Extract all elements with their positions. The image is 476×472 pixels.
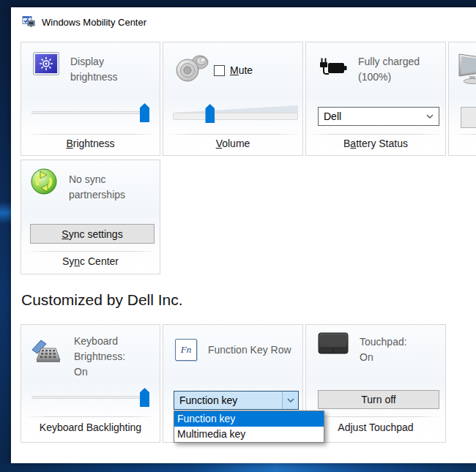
sync-status: No sync partnerships <box>69 168 151 203</box>
tile-separator <box>453 134 476 135</box>
volume-label: Volume <box>163 135 302 155</box>
battery-select[interactable]: Dell <box>318 107 439 126</box>
slider-thumb[interactable] <box>140 103 149 122</box>
mobility-center-window: Windows Mobility Center Display brightne… <box>11 7 476 463</box>
slider-track[interactable] <box>31 111 149 114</box>
titlebar: Windows Mobility Center <box>11 7 476 41</box>
mute-checkbox[interactable] <box>214 65 225 76</box>
tile-battery: Fully charged (100%) Dell Battery Status <box>305 42 446 156</box>
sync-settings-button[interactable]: Sync settings <box>30 224 155 244</box>
touchpad-status: Touchpad: On <box>360 332 423 365</box>
oem-heading: Customized by Dell Inc. <box>21 291 183 309</box>
mobility-center-icon <box>22 15 35 28</box>
tile-adjust-touchpad: Touchpad: On Turn off Adjust Touchpad <box>305 324 446 443</box>
display-brightness-icon <box>33 52 59 78</box>
sync-center-label: Sync Center <box>21 252 160 274</box>
function-key-select[interactable]: Function key <box>174 391 299 410</box>
sync-icon <box>30 168 58 198</box>
slider-thumb[interactable] <box>140 388 149 407</box>
keyboard-brightness-slider[interactable] <box>31 387 149 408</box>
tile-function-key-row: Fn Function Key Row Function key Functio… <box>163 324 303 443</box>
tile-sync-center: No sync partnerships Sync settings Sync … <box>21 160 160 274</box>
keyboard-icon <box>30 334 62 367</box>
battery-status-text: Fully charged (100%) <box>358 52 440 85</box>
battery-plug-icon <box>318 52 347 81</box>
touchpad-icon <box>318 332 349 357</box>
slider-track[interactable] <box>31 396 149 399</box>
speaker-icon <box>175 52 210 87</box>
chevron-down-icon[interactable] <box>421 108 439 125</box>
volume-wedge <box>173 105 298 113</box>
tile-volume: Mute Volume <box>163 42 303 156</box>
brightness-label: Brightness <box>21 135 160 155</box>
wallpaper-bottom-band <box>0 463 476 472</box>
chevron-down-icon[interactable] <box>282 392 298 409</box>
function-key-dropdown-list: Function key Multimedia key <box>174 411 324 443</box>
dropdown-option[interactable]: Multimedia key <box>174 427 324 442</box>
window-title: Windows Mobility Center <box>42 17 146 28</box>
slider-thumb[interactable] <box>205 104 215 123</box>
battery-label: Battery Status <box>306 135 445 155</box>
tile-external-display <box>448 42 476 156</box>
brightness-slider[interactable] <box>31 102 149 123</box>
brightness-status: Display brightness <box>70 52 130 85</box>
function-key-row-status: Function Key Row <box>208 339 291 358</box>
tile-keyboard-backlighting: Keyboard Brightness: On Keyboard Backlig… <box>21 324 160 443</box>
tile-brightness: Display brightness Brightness <box>21 42 160 156</box>
fn-key-icon: Fn <box>175 339 197 361</box>
dropdown-option[interactable]: Function key <box>174 411 324 427</box>
turn-off-button[interactable]: Turn off <box>318 390 439 409</box>
mute-label: Mute <box>230 64 253 76</box>
wallpaper-highlight <box>0 202 11 224</box>
keyboard-backlighting-label: Keyboard Backlighting <box>21 417 160 442</box>
keyboard-status: Keyboard Brightness: On <box>74 334 137 380</box>
volume-slider[interactable] <box>173 104 298 124</box>
monitor-icon <box>455 53 476 88</box>
slider-track[interactable] <box>173 113 298 120</box>
adjust-touchpad-label: Adjust Touchpad <box>306 417 445 442</box>
external-display-button[interactable] <box>461 107 476 128</box>
